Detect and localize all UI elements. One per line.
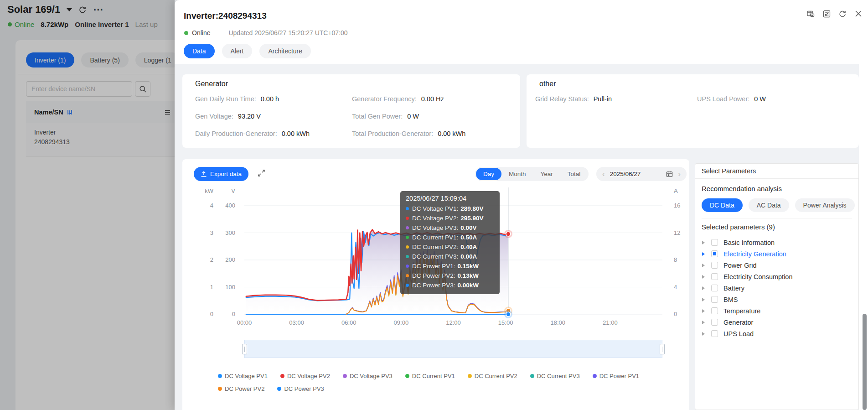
legend-item[interactable]: DC Voltage PV3 xyxy=(343,373,393,379)
tree-item[interactable]: Electricity Consumption xyxy=(701,271,855,282)
chart-legend: DC Voltage PV1 DC Voltage PV2 DC Voltage… xyxy=(218,373,665,392)
legend-item[interactable]: DC Voltage PV2 xyxy=(280,373,330,379)
tooltip-series-value: 0.40A xyxy=(460,242,477,252)
range-tab[interactable]: Month xyxy=(501,168,533,180)
legend-dot-icon xyxy=(405,374,409,378)
tree-item[interactable]: Battery xyxy=(701,282,855,294)
y-tick-kw: 2 xyxy=(191,256,213,263)
range-tab[interactable]: Day xyxy=(476,168,501,180)
fullscreen-icon[interactable] xyxy=(258,169,265,177)
modal-tab[interactable]: Architecture xyxy=(259,44,311,58)
scrollbar-thumb[interactable] xyxy=(863,314,867,410)
tree-item-label: Battery xyxy=(723,285,744,292)
tooltip-series-label: DC Voltage PV2 xyxy=(412,213,458,223)
y-tick-v: 100 xyxy=(212,284,235,291)
analysis-tab[interactable]: DC Data xyxy=(702,198,743,212)
expand-caret-icon[interactable] xyxy=(702,309,705,313)
tooltip-row: DC Current PV1 0.50A xyxy=(406,233,494,242)
tooltip-series-label: DC Current PV3 xyxy=(412,252,458,261)
x-axis-label: 18:00 xyxy=(543,319,573,326)
legend-dot-icon xyxy=(277,387,281,391)
tree-checkbox[interactable] xyxy=(711,307,718,314)
tree-item[interactable]: Power Grid xyxy=(701,259,855,271)
tree-checkbox[interactable] xyxy=(711,330,718,337)
legend-item[interactable]: DC Current PV2 xyxy=(468,373,517,379)
field: Total Production-Generator:0.00 kWh xyxy=(352,129,465,138)
y-tick-v: 300 xyxy=(212,229,235,236)
field-value: 0.00 Hz xyxy=(421,95,444,103)
calendar-icon[interactable] xyxy=(666,171,673,177)
tooltip-series-value: 289.80V xyxy=(460,204,483,213)
page-scrollbar[interactable] xyxy=(862,0,868,410)
series-end-marker xyxy=(506,232,511,236)
tree-item[interactable]: Basic Information xyxy=(701,237,855,248)
tree-item[interactable]: Electricity Generation xyxy=(701,248,855,259)
legend-dot-icon xyxy=(530,374,534,378)
tree-item[interactable]: Generator xyxy=(701,317,855,328)
legend-item[interactable]: DC Power PV2 xyxy=(218,385,264,392)
legend-dot-icon xyxy=(218,387,222,391)
prev-day-icon[interactable]: ‹ xyxy=(602,170,605,178)
expand-caret-icon[interactable] xyxy=(702,275,705,279)
datazoom-right-handle[interactable] xyxy=(660,344,665,354)
field-label: Gen Daily Run Time: xyxy=(195,95,256,103)
tooltip-row: DC Power PV1 0.15kW xyxy=(406,261,494,271)
tooltip-series-label: DC Voltage PV1 xyxy=(412,204,458,213)
online-dot-icon xyxy=(184,31,188,35)
legend-item[interactable]: DC Power PV3 xyxy=(277,385,324,392)
tree-item-label: Electricity Generation xyxy=(723,250,786,258)
modal-tab[interactable]: Alert xyxy=(222,44,253,58)
expand-caret-icon[interactable] xyxy=(702,321,705,324)
datazoom-slider[interactable] xyxy=(244,340,662,358)
report-view-icon[interactable] xyxy=(806,9,815,18)
analysis-tab[interactable]: AC Data xyxy=(749,198,789,212)
tree-checkbox[interactable] xyxy=(711,285,718,291)
parameter-tree: Basic Information Electricity Generation… xyxy=(701,237,855,339)
expand-caret-icon[interactable] xyxy=(702,264,705,267)
tree-item[interactable]: Temperature xyxy=(701,305,855,317)
tree-item-label: Power Grid xyxy=(723,262,757,269)
field: Daily Production-Generator:0.00 kWh xyxy=(195,129,352,138)
legend-label: DC Current PV1 xyxy=(412,373,455,379)
legend-dot-icon xyxy=(218,374,222,378)
expand-caret-icon[interactable] xyxy=(702,252,705,256)
chart-card: Export data DayMonthYearTotal ‹ 2025/06/… xyxy=(182,159,689,410)
next-day-icon[interactable]: › xyxy=(678,170,681,178)
tree-item[interactable]: BMS xyxy=(701,294,855,305)
tree-checkbox[interactable] xyxy=(711,250,718,257)
panel-title: Select Parameters xyxy=(702,167,756,175)
range-tab[interactable]: Total xyxy=(560,168,588,180)
series-dot-icon xyxy=(406,255,409,258)
export-data-button[interactable]: Export data xyxy=(194,167,248,181)
expand-caret-icon[interactable] xyxy=(702,241,705,244)
section-title: Generator xyxy=(195,80,228,88)
tree-checkbox[interactable] xyxy=(711,262,718,269)
tooltip-row: DC Power PV2 0.13kW xyxy=(406,271,494,280)
x-axis-label: 03:00 xyxy=(282,319,311,326)
datazoom-left-handle[interactable] xyxy=(242,344,247,354)
tree-checkbox[interactable] xyxy=(711,273,718,280)
legend-item[interactable]: DC Current PV1 xyxy=(405,373,455,379)
modal-dim-overlay xyxy=(0,0,175,410)
tooltip-series-value: 0.00kW xyxy=(458,280,479,290)
tree-checkbox[interactable] xyxy=(711,296,718,303)
refresh-icon[interactable] xyxy=(838,9,847,18)
legend-label: DC Power PV3 xyxy=(284,385,324,392)
tree-checkbox[interactable] xyxy=(711,319,718,326)
tree-item[interactable]: UPS Load xyxy=(701,328,855,339)
selected-date[interactable]: 2025/06/27 xyxy=(610,171,641,177)
analysis-tab[interactable]: Power Analysis xyxy=(795,198,855,212)
x-axis-label: 15:00 xyxy=(491,319,520,326)
legend-item[interactable]: DC Voltage PV1 xyxy=(218,373,268,379)
settings-sliders-icon[interactable] xyxy=(822,9,831,18)
tree-checkbox[interactable] xyxy=(711,239,718,246)
expand-caret-icon[interactable] xyxy=(702,298,705,301)
modal-tab[interactable]: Data xyxy=(184,44,215,58)
expand-caret-icon[interactable] xyxy=(702,286,705,290)
legend-item[interactable]: DC Current PV3 xyxy=(530,373,580,379)
legend-item[interactable]: DC Power PV1 xyxy=(593,373,639,379)
modal-updated: Updated 2025/06/27 15:20:27 UTC+07:00 xyxy=(228,29,347,36)
range-tab[interactable]: Year xyxy=(533,168,560,180)
expand-caret-icon[interactable] xyxy=(702,332,705,336)
legend-dot-icon xyxy=(280,374,284,378)
